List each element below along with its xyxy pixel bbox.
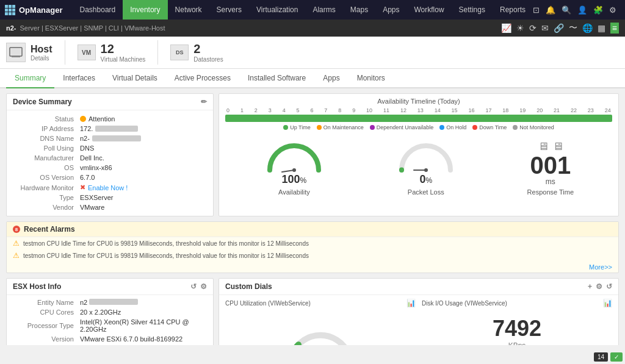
app-name: OpManager (19, 5, 63, 15)
timeline-bar (225, 115, 612, 122)
bottom-section: ESX Host Info ↺ ⚙ Entity Name n2 CPU Cor… (6, 278, 619, 345)
summary-row-type: Type ESXServer (13, 193, 207, 202)
nav-tab-apps[interactable]: Apps (375, 0, 406, 20)
nav-tab-maps[interactable]: Maps (343, 0, 375, 20)
alarms-title: Recent Alarms (24, 225, 75, 234)
server-icon-1: 🖥 (538, 140, 549, 153)
app-logo: OpManager (5, 5, 63, 15)
ip-blur (95, 126, 138, 132)
packet-loss-label: Packet Loss (408, 188, 444, 196)
more-icon[interactable]: ⋮ (623, 5, 625, 15)
nav-tab-inventory[interactable]: Inventory (123, 0, 167, 20)
server-icon-2: 🖥 (552, 140, 563, 153)
label-manufacturer: Manufacturer (13, 154, 80, 162)
value-os: vmlinx-x86 (80, 164, 112, 171)
main-content: Device Summary ✏ Status Attention IP Add… (0, 88, 625, 345)
cpu-util-chart-icon[interactable]: 📊 (406, 299, 416, 307)
status-dot (80, 116, 86, 122)
packet-loss-value: 0% (419, 173, 432, 186)
ds-label: Datastores (193, 56, 223, 63)
badge-status[interactable]: ✓ (610, 352, 623, 362)
nav-tab-alarms[interactable]: Alarms (305, 0, 342, 20)
nav-tab-dashboard[interactable]: Dashboard (73, 0, 123, 20)
tab-active-processes[interactable]: Active Processes (166, 69, 239, 88)
brightness-icon[interactable]: ☀ (516, 23, 524, 33)
badge-count[interactable]: 14 (594, 352, 608, 362)
esx-row-entity: Entity Name n2 (13, 298, 207, 307)
top-section: Device Summary ✏ Status Attention IP Add… (6, 93, 619, 216)
tab-monitors[interactable]: Monitors (349, 69, 394, 88)
summary-row-dns: DNS Name n2- (13, 134, 207, 143)
plugin-icon[interactable]: 🧩 (593, 5, 603, 15)
nav-tab-virtualization[interactable]: Virtualization (249, 0, 305, 20)
nav-tab-servers[interactable]: Servers (209, 0, 249, 20)
bell-icon[interactable]: 🔔 (546, 5, 555, 15)
globe-icon[interactable]: 🌐 (582, 23, 593, 33)
add-dial-icon[interactable]: + (588, 282, 592, 291)
esx-row-version: Version VMware ESXi 6.7.0 build-8169922 (13, 334, 207, 344)
value-hwmonitor: ✖ Enable Now ! (80, 184, 128, 191)
packet-loss-dial: 0% Packet Loss (396, 137, 457, 196)
chart-icon[interactable]: 📈 (501, 23, 511, 33)
user-icon[interactable]: 👤 (577, 5, 587, 15)
label-poll: Poll Using (13, 145, 80, 152)
availability-gauge-svg (264, 137, 325, 173)
search-icon[interactable]: 🔍 (562, 5, 571, 15)
disk-io-chart-icon[interactable]: 📊 (603, 299, 612, 307)
summary-row-status: Status Attention (13, 114, 207, 124)
vm-count-group: VM 12 Virtual Machines (78, 42, 146, 63)
availability-card: Availability Timeline (Today) 0123456789… (219, 93, 619, 216)
settings-dial-icon[interactable]: ⚙ (596, 282, 602, 291)
activity-icon[interactable]: 〜 (569, 23, 577, 34)
refresh-esx-icon[interactable]: ↺ (190, 282, 197, 291)
tab-apps[interactable]: Apps (314, 69, 348, 88)
label-dns: DNS Name (13, 135, 80, 142)
email-icon[interactable]: ✉ (541, 23, 549, 33)
disk-io-value: 7492 (493, 316, 541, 341)
legend-downtime: Down Time (472, 124, 507, 130)
nav-tab-reports[interactable]: Reports (493, 0, 533, 20)
vm-label: Virtual Machines (101, 56, 146, 63)
link-icon[interactable]: 🔗 (554, 23, 564, 33)
legend-notmonitored: Not Monitored (513, 124, 554, 130)
device-summary-header: Device Summary ✏ (7, 94, 213, 110)
gear-icon[interactable]: ⚙ (609, 5, 616, 15)
disk-io-dial-item: Disk I/O Usage (VIWebService) 📊 7492 KBp… (422, 299, 612, 345)
enable-link[interactable]: Enable Now ! (88, 184, 128, 191)
alarm-icon-1: ⚠ (13, 251, 20, 260)
response-time-label: Response Time (527, 188, 574, 196)
disk-io-unit: KBps (508, 341, 526, 345)
breadcrumb-host: n2- (6, 24, 16, 32)
legend-label-notmonitored: Not Monitored (519, 124, 554, 130)
settings-esx-icon[interactable]: ⚙ (200, 282, 207, 291)
label-vendor: Vendor (13, 204, 80, 211)
nav-tab-settings[interactable]: Settings (452, 0, 493, 20)
tab-summary[interactable]: Summary (6, 69, 54, 88)
tab-installed-software[interactable]: Installed Software (239, 69, 314, 88)
grid-icon[interactable]: ▦ (598, 23, 605, 33)
edit-icon[interactable]: ✏ (201, 98, 207, 106)
esx-row-processor: Processor Type Intel(R) Xeon(R) Silver 4… (13, 317, 207, 334)
esx-label-version: Version (13, 335, 80, 343)
legend-label-downtime: Down Time (479, 124, 507, 130)
esx-value-version: VMware ESXi 6.7.0 build-8169922 (80, 335, 182, 343)
alarm-item-1: ⚠ testmon CPU Idle Time for CPU1 is 9981… (7, 249, 618, 262)
list-icon[interactable]: ≡ (610, 23, 619, 34)
host-subtitle: Details (31, 55, 52, 62)
more-link[interactable]: More>> (589, 263, 612, 271)
label-hwmonitor: Hardware Monitor (13, 184, 80, 191)
disk-io-header: Disk I/O Usage (VIWebService) 📊 (422, 299, 612, 307)
svg-line-4 (282, 170, 294, 172)
vm-info: 12 Virtual Machines (101, 42, 146, 63)
disk-io-display: 7492 KBps (422, 310, 612, 345)
tab-interfaces[interactable]: Interfaces (54, 69, 104, 88)
nav-tab-network[interactable]: Network (168, 0, 209, 20)
refresh-dial-icon[interactable]: ↺ (606, 282, 612, 291)
nav-tab-workflow[interactable]: Workflow (406, 0, 451, 20)
tab-virtual-details[interactable]: Virtual Details (104, 69, 166, 88)
legend-dot-uptime (283, 125, 288, 130)
monitor-icon[interactable]: ⊡ (533, 5, 540, 15)
value-type: ESXServer (80, 194, 113, 201)
refresh-icon[interactable]: ⟳ (529, 23, 536, 33)
label-status: Status (13, 115, 80, 123)
